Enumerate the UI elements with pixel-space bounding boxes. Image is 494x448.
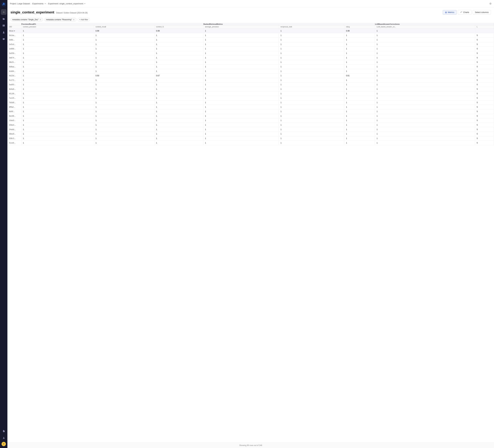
settings-icon[interactable]: ⚙: [489, 2, 492, 5]
table-row[interactable]: 5ad93...11111115: [7, 82, 494, 87]
value-cell: 1: [21, 56, 94, 60]
breadcrumb-sep-2: ›: [47, 3, 47, 5]
table-row[interactable]: 9ec08...11111115: [7, 114, 494, 118]
value-cell: 1: [94, 109, 154, 114]
breadcrumb-experiments[interactable]: Experiments: [32, 2, 43, 5]
value-cell: 1: [203, 38, 279, 42]
table-row[interactable]: 6d4a6...11111115: [7, 87, 494, 91]
value-cell: 1: [21, 38, 94, 42]
table-row[interactable]: 7e125...11111115: [7, 96, 494, 101]
sidebar-item-feedback[interactable]: [1, 37, 6, 42]
table-row[interactable]: 0b1ba...11111115: [7, 33, 494, 38]
table-row[interactable]: 1d988...11111115: [7, 47, 494, 51]
uid-cell: 24add...: [7, 127, 21, 132]
value-cell: 1: [155, 56, 203, 60]
sidebar-item-home[interactable]: ⌂: [1, 9, 6, 15]
sidebar-item-docs[interactable]: [1, 428, 6, 434]
value-cell: 1: [21, 82, 94, 87]
col-header-llm-answer[interactable]: LLM_based_answer_co...: [375, 25, 475, 29]
col-header-uid[interactable]: UID: [7, 25, 21, 29]
value-cell: 1: [203, 47, 279, 51]
charts-icon: [460, 11, 462, 13]
table-row[interactable]: 3d674...11111115: [7, 56, 494, 60]
table-container[interactable]: PrecisionRecallF1 RankedRetrievalMetrics…: [7, 23, 494, 442]
table-row[interactable]: 2a359...11111115: [7, 51, 494, 56]
value-cell: 1: [375, 123, 475, 127]
uid-cell: 8bf0f...: [7, 109, 21, 114]
sidebar-item-experiments[interactable]: [1, 30, 6, 35]
value-cell: 1: [345, 127, 375, 132]
breadcrumb-experiment[interactable]: Experiment: single_context_experiment: [48, 2, 83, 5]
value-cell: 1: [94, 96, 154, 101]
value-cell: 1: [155, 47, 203, 51]
table-row[interactable]: 51ce8...11111115: [7, 141, 494, 145]
filter-chip-0-remove[interactable]: ✕: [39, 19, 41, 21]
col-header-context-f1[interactable]: context_f1: [155, 25, 203, 29]
col-header-context-precision[interactable]: context_precision: [21, 25, 94, 29]
table-row[interactable]: 1e3cd...11111115: [7, 42, 494, 47]
charts-button[interactable]: Charts: [458, 10, 471, 15]
table-row[interactable]: 10bd3...11111115: [7, 118, 494, 123]
select-columns-button[interactable]: Select columns: [473, 10, 491, 14]
value-cell: 1: [345, 118, 375, 123]
table-row[interactable]: 38be9...11111115: [7, 132, 494, 136]
table-row[interactable]: 7b0d9...11111115: [7, 101, 494, 105]
col-header-llm-extra[interactable]: L: [475, 25, 494, 29]
value-cell: 0.67: [155, 74, 203, 78]
table-row[interactable]: 4cb84...11111115: [7, 69, 494, 74]
add-filter-button[interactable]: + Add filter: [78, 18, 90, 22]
table-row[interactable]: 4d8aa...11111115: [7, 64, 494, 69]
metrics-button[interactable]: ⊞ Metrics: [443, 10, 457, 15]
sidebar-item-datasets[interactable]: [1, 23, 6, 28]
value-cell: 1: [155, 64, 203, 69]
value-cell: 1: [21, 114, 94, 118]
uid-cell: 038c3...: [7, 136, 21, 141]
table-row[interactable]: 3fb23...11111115: [7, 60, 494, 64]
table-row[interactable]: 0d8b...11111115: [7, 38, 494, 42]
sidebar-item-projects[interactable]: [1, 16, 6, 22]
table-row[interactable]: 8bf0f...11111115: [7, 109, 494, 114]
value-cell: 1: [345, 123, 375, 127]
col-header-reciprocal-rank[interactable]: reciprocal_rank: [279, 25, 344, 29]
value-cell: 1: [279, 87, 344, 91]
table-row[interactable]: 5c172...11111115: [7, 78, 494, 82]
value-cell: 1: [279, 38, 344, 42]
app-logo[interactable]: [1, 2, 6, 7]
table-row[interactable]: 8ff9af...11111115: [7, 105, 494, 109]
value-cell: 1: [375, 141, 475, 145]
avatar[interactable]: Y: [1, 442, 6, 446]
value-cell: 1: [94, 136, 154, 141]
uid-cell: 6f11f6...: [7, 91, 21, 96]
value-cell: 1: [375, 64, 475, 69]
table-row[interactable]: 20be4...11111115: [7, 123, 494, 127]
uid-cell: 2a359...: [7, 51, 21, 56]
mean-value-cell: 0.99: [345, 29, 375, 33]
sidebar-item-account[interactable]: [1, 435, 6, 441]
value-cell: 1: [279, 118, 344, 123]
value-cell: 1: [21, 64, 94, 69]
filter-chip-1-remove[interactable]: ✕: [73, 19, 75, 21]
uid-cell: 5c172...: [7, 78, 21, 82]
experiments-dropdown-icon[interactable]: ▾: [45, 3, 46, 5]
table-row[interactable]: 24add...11111115: [7, 127, 494, 132]
value-cell: 1: [94, 33, 154, 38]
mean-value-cell: 1: [279, 29, 344, 33]
col-header-average-precision[interactable]: average_precision: [203, 25, 279, 29]
col-header-context-recall[interactable]: context_recall: [94, 25, 154, 29]
value-cell: 1: [345, 33, 375, 38]
page-header: single_context_experiment Dataset: Golde…: [7, 7, 494, 16]
value-cell: 1: [203, 69, 279, 74]
table-row[interactable]: 4b23d...10.500.67110.6115: [7, 74, 494, 78]
col-header-ndcg[interactable]: ndcg: [345, 25, 375, 29]
breadcrumb-project[interactable]: Project: Large Dataset: [10, 2, 30, 5]
uid-cell: 20be4...: [7, 123, 21, 127]
table-row[interactable]: 6f11f6...11111115: [7, 91, 494, 96]
value-cell: 1: [279, 114, 344, 118]
experiment-dropdown-icon[interactable]: ▾: [85, 3, 85, 5]
value-cell: 1: [155, 42, 203, 47]
value-cell: 1: [375, 109, 475, 114]
uid-cell: 4b23d...: [7, 74, 21, 78]
topbar: Project: Large Dataset › Experiments ▾ ›…: [7, 0, 494, 7]
table-row[interactable]: 038c3...11111115: [7, 136, 494, 141]
value-cell: 1: [155, 127, 203, 132]
